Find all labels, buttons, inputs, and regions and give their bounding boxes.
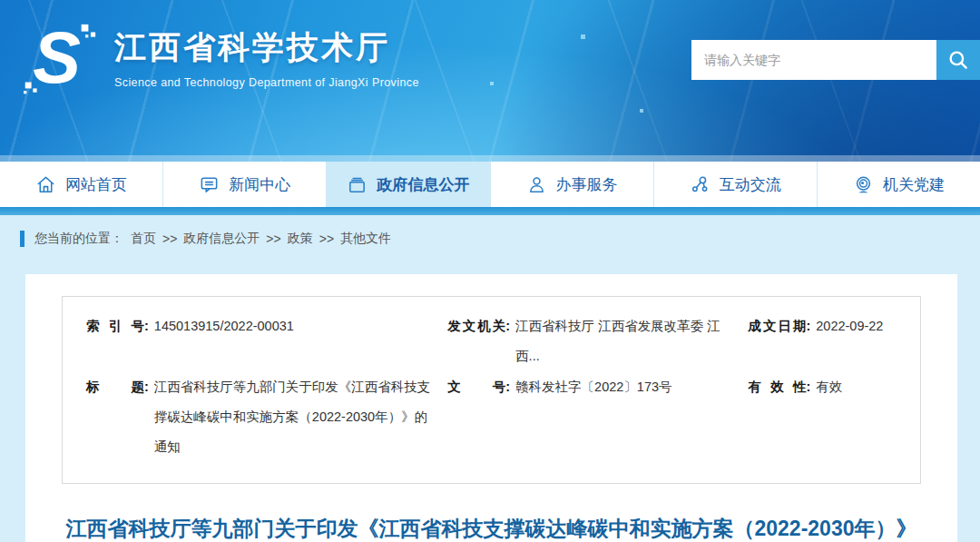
- svg-text:S: S: [33, 18, 81, 96]
- nav-item-party-building[interactable]: 机关党建: [818, 162, 980, 207]
- breadcrumb-link-gov-info[interactable]: 政府信息公开: [183, 231, 260, 247]
- info-index-number: 索引号 : 145013915/2022-00031: [86, 311, 447, 372]
- interact-share-icon: [690, 174, 710, 195]
- site-header: S 江西省科学技术厅 Science and Technology Depart…: [0, 0, 980, 162]
- info-label: 文号: [447, 372, 505, 463]
- decor-dot: [490, 82, 494, 85]
- breadcrumb-prefix: 您当前的位置：: [34, 231, 123, 247]
- nav-item-label: 机关党建: [883, 174, 945, 195]
- breadcrumb-separator: >>: [266, 232, 280, 246]
- header-bottom-light-band: [0, 155, 980, 162]
- info-label: 成文日期: [748, 311, 806, 372]
- info-label: 有效性: [748, 372, 806, 463]
- info-validity: 有效性 : 有效: [748, 372, 898, 463]
- article-title: 江西省科技厅等九部门关于印发《江西省科技支撑碳达峰碳中和实施方案（2022-20…: [44, 511, 938, 542]
- site-logo-brand[interactable]: S 江西省科学技术厅 Science and Technology Depart…: [24, 18, 419, 96]
- decor-dot: [581, 34, 585, 39]
- breadcrumb-link-other-docs[interactable]: 其他文件: [340, 231, 391, 247]
- nav-item-interaction[interactable]: 互动交流: [654, 162, 818, 207]
- site-subtitle: Science and Technology Department of Jia…: [114, 76, 419, 89]
- breadcrumb-link-home[interactable]: 首页: [131, 231, 156, 247]
- service-person-icon: [526, 174, 547, 195]
- content-card: 索引号 : 145013915/2022-00031 发文机关 : 江西省科技厅…: [25, 274, 957, 542]
- breadcrumb-separator: >>: [162, 232, 177, 246]
- brand-text: 江西省科学技术厅 Science and Technology Departme…: [114, 26, 419, 89]
- search-input[interactable]: [691, 40, 936, 80]
- site-title: 江西省科学技术厅: [114, 26, 419, 69]
- nav-item-news[interactable]: 新闻中心: [163, 162, 327, 207]
- decor-dot: [640, 109, 643, 113]
- search-icon: [946, 48, 970, 72]
- breadcrumb-marker: [20, 231, 24, 247]
- breadcrumb: 您当前的位置： 首页 >> 政府信息公开 >> 政策 >> 其他文件: [20, 231, 980, 247]
- info-label: 发文机关: [447, 311, 505, 372]
- home-icon: [35, 174, 56, 195]
- nav-bottom-strip: [0, 207, 980, 215]
- main-navigation: 网站首页 新闻中心 政府信息公开 办事服务 互动交流: [0, 162, 980, 207]
- breadcrumb-link-policy[interactable]: 政策: [288, 231, 313, 247]
- info-label: 索引号: [86, 311, 144, 372]
- info-disclosure-icon: [347, 174, 368, 195]
- info-row-2: 标题 : 江西省科技厅等九部门关于印发《江西省科技支撑碳达峰碳中和实施方案（20…: [86, 372, 898, 463]
- search-box: [691, 40, 980, 80]
- info-row-1: 索引号 : 145013915/2022-00031 发文机关 : 江西省科技厅…: [86, 311, 898, 372]
- info-document-title: 标题 : 江西省科技厅等九部门关于印发《江西省科技支撑碳达峰碳中和实施方案（20…: [86, 372, 447, 463]
- info-document-number: 文号 : 赣科发社字〔2022〕173号: [447, 372, 748, 463]
- party-emblem-icon: [853, 174, 874, 195]
- nav-item-home[interactable]: 网站首页: [0, 162, 163, 207]
- info-label: 标题: [86, 372, 144, 463]
- news-icon: [199, 174, 220, 195]
- nav-item-services[interactable]: 办事服务: [491, 162, 654, 207]
- page: S 江西省科学技术厅 Science and Technology Depart…: [0, 0, 980, 542]
- search-button[interactable]: [936, 40, 980, 80]
- info-issue-date: 成文日期 : 2022-09-22: [748, 311, 898, 372]
- nav-item-label: 新闻中心: [229, 174, 290, 195]
- nav-item-label: 网站首页: [65, 174, 127, 195]
- breadcrumb-separator: >>: [319, 232, 334, 246]
- nav-item-label: 互动交流: [720, 174, 781, 195]
- jiangxi-st-dept-logo-icon: S: [24, 18, 102, 96]
- nav-item-label: 办事服务: [556, 174, 618, 195]
- nav-item-label: 政府信息公开: [377, 174, 469, 195]
- document-info-box: 索引号 : 145013915/2022-00031 发文机关 : 江西省科技厅…: [62, 296, 921, 484]
- nav-item-gov-info-disclosure[interactable]: 政府信息公开: [327, 162, 490, 207]
- info-issuing-agency: 发文机关 : 江西省科技厅 江西省发展改革委 江西...: [447, 311, 748, 372]
